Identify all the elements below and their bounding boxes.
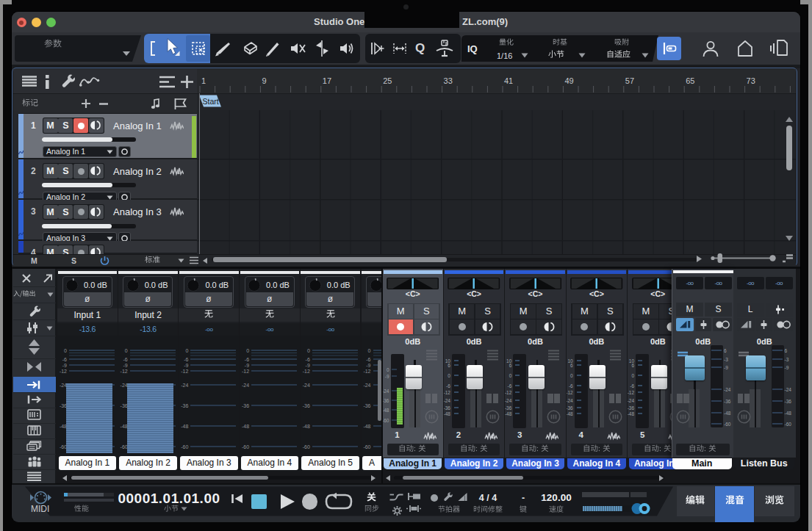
svg-text:Start: Start [203,97,219,106]
